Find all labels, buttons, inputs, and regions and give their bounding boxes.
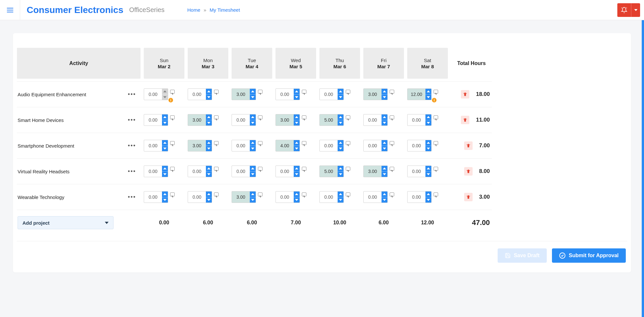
comment-icon[interactable] (302, 192, 306, 196)
spin-up-button[interactable] (338, 140, 343, 146)
submit-approval-button[interactable]: Submit for Approval (552, 248, 626, 263)
spin-down-button[interactable] (338, 197, 343, 203)
hour-input[interactable] (320, 89, 338, 100)
row-more-button[interactable]: ••• (126, 141, 138, 151)
hour-input[interactable] (188, 89, 206, 100)
spin-down-button[interactable] (162, 120, 168, 126)
spin-down-button[interactable] (425, 172, 431, 177)
hour-input[interactable] (364, 114, 382, 125)
hour-input[interactable] (188, 192, 206, 203)
hour-input[interactable] (144, 140, 162, 151)
spin-down-button[interactable] (206, 172, 212, 177)
comment-icon[interactable] (214, 141, 219, 145)
hour-input[interactable] (408, 192, 425, 203)
spin-down-button[interactable] (250, 95, 256, 100)
hour-input[interactable] (144, 166, 162, 177)
menu-button[interactable] (0, 0, 20, 20)
spin-up-button[interactable] (206, 166, 212, 172)
spin-down-button[interactable] (250, 146, 256, 152)
comment-icon[interactable] (170, 90, 175, 94)
spin-up-button[interactable] (425, 89, 431, 95)
spin-up-button[interactable] (382, 192, 387, 197)
spin-down-button[interactable] (425, 120, 431, 126)
spin-down-button[interactable] (294, 146, 300, 152)
comment-icon[interactable] (258, 115, 262, 119)
comment-icon[interactable] (346, 90, 350, 94)
spin-up-button[interactable] (425, 140, 431, 146)
comment-icon[interactable] (390, 167, 394, 171)
spin-down-button[interactable] (425, 146, 431, 152)
spin-up-button[interactable] (250, 114, 256, 120)
spin-down-button[interactable] (382, 95, 387, 100)
spin-down-button[interactable] (425, 95, 431, 100)
comment-icon[interactable] (214, 167, 219, 171)
hour-input[interactable] (408, 114, 425, 125)
notification-dropdown[interactable] (631, 3, 640, 17)
spin-down-button[interactable] (294, 120, 300, 126)
spin-up-button[interactable] (250, 192, 256, 197)
comment-icon[interactable] (258, 141, 262, 145)
delete-row-button[interactable] (461, 90, 469, 99)
hour-input[interactable] (232, 89, 250, 100)
spin-up-button[interactable] (338, 192, 343, 197)
hour-input[interactable] (408, 140, 425, 151)
spin-down-button[interactable] (382, 120, 387, 126)
spin-down-button[interactable] (338, 120, 343, 126)
hour-input[interactable] (232, 140, 250, 151)
spin-up-button[interactable] (294, 114, 300, 120)
comment-icon[interactable] (390, 90, 394, 94)
add-project-dropdown[interactable]: Add project (18, 216, 114, 229)
spin-up-button[interactable] (294, 140, 300, 146)
hour-input[interactable] (408, 89, 425, 100)
comment-icon[interactable] (302, 167, 306, 171)
hour-input[interactable] (232, 192, 250, 203)
breadcrumb-home[interactable]: Home (187, 7, 200, 13)
hour-input[interactable] (276, 166, 294, 177)
comment-icon[interactable] (346, 167, 350, 171)
spin-down-button[interactable] (162, 146, 168, 152)
spin-down-button[interactable] (338, 172, 343, 177)
comment-icon[interactable] (170, 167, 175, 171)
comment-icon[interactable] (258, 192, 262, 196)
hour-input[interactable] (232, 114, 250, 125)
hour-input[interactable] (320, 140, 338, 151)
spin-up-button[interactable] (425, 166, 431, 172)
hour-input[interactable] (408, 166, 425, 177)
spin-up-button[interactable] (425, 114, 431, 120)
spin-down-button[interactable] (206, 146, 212, 152)
hour-input[interactable] (276, 140, 294, 151)
save-draft-button[interactable]: Save Draft (498, 248, 547, 263)
delete-row-button[interactable] (464, 193, 473, 201)
spin-up-button[interactable] (382, 89, 387, 95)
delete-row-button[interactable] (461, 116, 469, 124)
spin-up-button[interactable] (162, 140, 168, 146)
comment-icon[interactable] (434, 141, 438, 145)
hour-input[interactable] (364, 89, 382, 100)
hour-input[interactable] (188, 114, 206, 125)
hour-input[interactable] (144, 89, 162, 100)
comment-icon[interactable] (258, 90, 262, 94)
spin-down-button[interactable] (382, 146, 387, 152)
spin-up-button[interactable] (162, 114, 168, 120)
hour-input[interactable] (232, 166, 250, 177)
row-more-button[interactable]: ••• (126, 192, 138, 202)
spin-down-button[interactable] (294, 95, 300, 100)
spin-down-button[interactable] (382, 172, 387, 177)
spin-up-button[interactable] (425, 192, 431, 197)
spin-up-button[interactable] (338, 166, 343, 172)
comment-icon[interactable] (214, 90, 219, 94)
spin-up-button[interactable] (250, 89, 256, 95)
comment-icon[interactable] (214, 115, 219, 119)
spin-up-button[interactable] (338, 114, 343, 120)
comment-icon[interactable] (390, 141, 394, 145)
spin-up-button[interactable] (206, 89, 212, 95)
spin-up-button[interactable] (382, 114, 387, 120)
spin-down-button[interactable] (250, 120, 256, 126)
spin-up-button[interactable] (250, 166, 256, 172)
spin-up-button[interactable] (206, 114, 212, 120)
spin-up-button[interactable] (250, 140, 256, 146)
spin-down-button[interactable] (162, 172, 168, 177)
breadcrumb-current[interactable]: My Timesheet (209, 7, 240, 13)
spin-down-button[interactable] (206, 95, 212, 100)
spin-down-button[interactable] (382, 197, 387, 203)
